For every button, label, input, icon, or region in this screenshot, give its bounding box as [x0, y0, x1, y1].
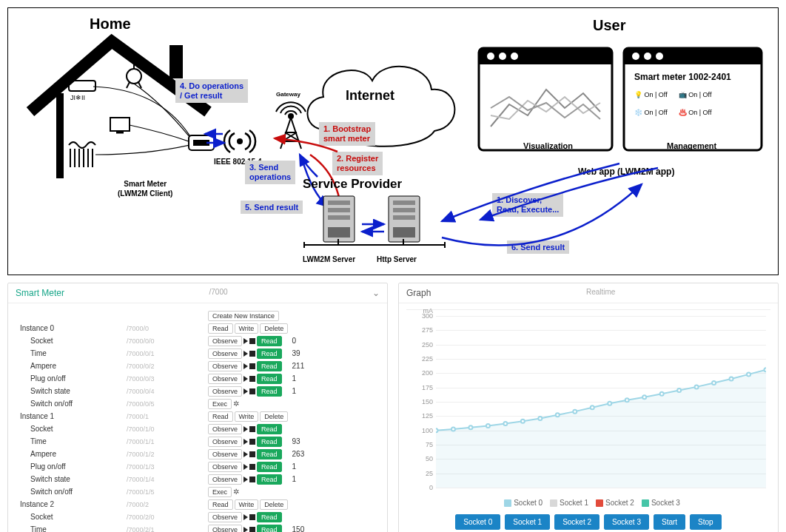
socket-button[interactable]: Start — [654, 514, 685, 530]
y-tick: 0 — [415, 484, 433, 491]
play-icon[interactable] — [243, 426, 248, 432]
play-icon[interactable] — [243, 514, 248, 520]
read-button[interactable]: Read — [257, 361, 282, 371]
observe-button[interactable]: Observe — [208, 336, 242, 346]
create-instance-button[interactable]: Create New Instance — [208, 311, 279, 321]
stop-icon[interactable] — [249, 464, 255, 470]
stop-icon[interactable] — [249, 477, 255, 482]
stop-icon[interactable] — [249, 376, 255, 382]
user-title: User — [593, 17, 625, 34]
stop-icon[interactable] — [249, 388, 255, 394]
read-button[interactable]: Read — [257, 525, 282, 533]
stop-icon[interactable] — [249, 351, 255, 357]
play-icon[interactable] — [243, 451, 248, 457]
resource-path: /7000/1/0 — [127, 425, 208, 433]
gear-icon[interactable]: ✲ — [233, 488, 239, 496]
resource-name: Plug on/off — [16, 374, 127, 383]
observe-button[interactable]: Observe — [208, 474, 242, 485]
read-button[interactable]: Read — [257, 462, 282, 472]
observe-button[interactable]: Observe — [208, 462, 242, 472]
observe-button[interactable]: Observe — [208, 512, 242, 522]
stop-icon[interactable] — [249, 439, 255, 445]
svg-rect-34 — [393, 215, 415, 220]
socket-button[interactable]: Socket 3 — [604, 514, 649, 530]
play-icon[interactable] — [243, 363, 248, 369]
observe-button[interactable]: Observe — [208, 349, 242, 359]
resource-path: /7000/1/1 — [127, 438, 208, 445]
delete-button[interactable]: Delete — [260, 411, 288, 422]
observe-button[interactable]: Observe — [208, 374, 242, 384]
read-button[interactable]: Read — [208, 411, 233, 422]
root-path: /7000 — [209, 288, 227, 298]
socket-button[interactable]: Socket 0 — [455, 514, 500, 530]
svg-point-60 — [538, 417, 542, 420]
write-button[interactable]: Write — [235, 411, 259, 422]
read-button[interactable]: Read — [257, 449, 282, 459]
read-button[interactable]: Read — [257, 374, 282, 384]
observe-button[interactable]: Observe — [208, 525, 242, 533]
read-button[interactable]: Read — [257, 437, 282, 447]
read-button[interactable]: Read — [257, 512, 282, 522]
stop-icon[interactable] — [249, 527, 255, 533]
svg-point-59 — [521, 420, 525, 423]
y-tick: 75 — [415, 441, 433, 448]
svg-point-54 — [436, 428, 438, 432]
read-button[interactable]: Read — [257, 386, 282, 397]
stop-icon[interactable] — [249, 514, 255, 520]
observe-button[interactable]: Observe — [208, 437, 242, 447]
socket-button[interactable]: Socket 2 — [554, 514, 599, 530]
resource-value: 39 — [282, 349, 319, 357]
socket-button[interactable]: Stop — [690, 514, 722, 530]
stop-icon[interactable] — [249, 451, 255, 457]
read-button[interactable]: Read — [257, 349, 282, 359]
delete-button[interactable]: Delete — [260, 323, 288, 334]
stop-icon[interactable] — [249, 426, 255, 432]
resource-value: 0 — [282, 337, 319, 345]
play-icon[interactable] — [243, 464, 248, 470]
resource-name: Ampere — [16, 362, 127, 370]
write-button[interactable]: Write — [235, 323, 259, 334]
svg-point-70 — [712, 381, 716, 385]
resource-value: 211 — [282, 362, 319, 370]
play-icon[interactable] — [243, 527, 248, 533]
y-tick: 300 — [415, 312, 433, 320]
play-icon[interactable] — [243, 439, 248, 445]
read-button[interactable]: Read — [208, 499, 233, 510]
resource-name: Time — [16, 349, 127, 357]
exec-button[interactable]: Exec — [208, 487, 232, 497]
observe-button[interactable]: Observe — [208, 361, 242, 371]
ac-icon: ❄️ — [634, 109, 642, 116]
play-icon[interactable] — [243, 338, 248, 344]
svg-point-45 — [499, 53, 506, 60]
resource-value: 1 — [282, 462, 319, 471]
observe-button[interactable]: Observe — [208, 386, 242, 397]
exec-button[interactable]: Exec — [208, 399, 232, 409]
read-button[interactable]: Read — [257, 336, 282, 346]
chevron-down-icon[interactable]: ⌄ — [372, 288, 380, 298]
legend-label: Socket 3 — [651, 499, 680, 507]
gear-icon[interactable]: ✲ — [233, 400, 239, 408]
play-icon[interactable] — [243, 477, 248, 482]
play-icon[interactable] — [243, 376, 248, 382]
play-icon[interactable] — [243, 388, 248, 394]
resource-path: /7000/0/1 — [127, 350, 208, 357]
socket-button[interactable]: Socket 1 — [505, 514, 550, 530]
resource-name: Time — [16, 525, 127, 532]
http-server-label: Http Server — [377, 255, 417, 263]
observe-button[interactable]: Observe — [208, 424, 242, 434]
stop-icon[interactable] — [249, 363, 255, 369]
resource-value: 1 — [282, 475, 319, 483]
read-button[interactable]: Read — [257, 474, 282, 485]
read-button[interactable]: Read — [257, 424, 282, 434]
svg-point-63 — [591, 405, 594, 409]
svg-rect-33 — [393, 208, 415, 212]
write-button[interactable]: Write — [235, 499, 259, 510]
delete-button[interactable]: Delete — [260, 499, 288, 510]
play-icon[interactable] — [243, 351, 248, 357]
stop-icon[interactable] — [249, 338, 255, 344]
svg-point-73 — [765, 368, 767, 371]
read-button[interactable]: Read — [208, 323, 233, 334]
chart-svg — [436, 316, 766, 488]
observe-button[interactable]: Observe — [208, 449, 242, 459]
service-provider-label: Service Provider — [303, 177, 402, 192]
